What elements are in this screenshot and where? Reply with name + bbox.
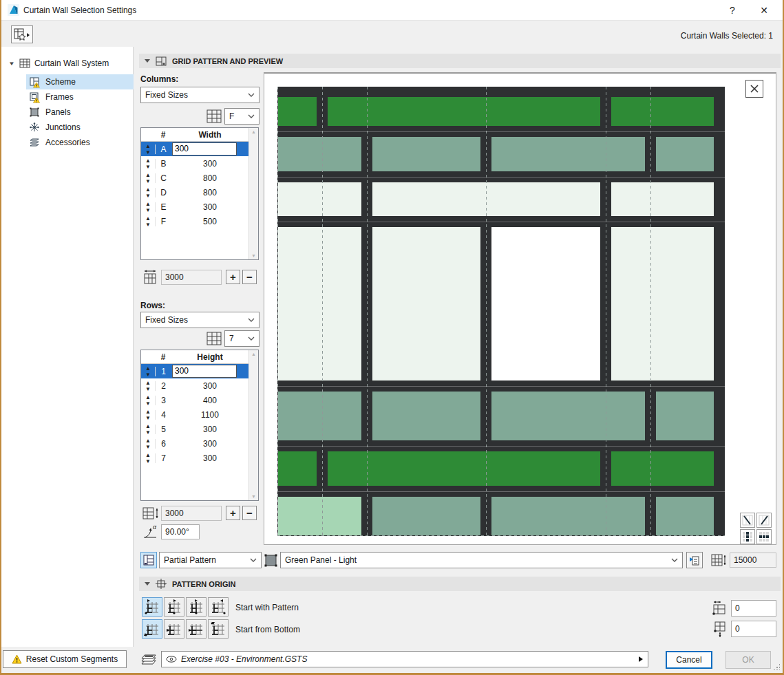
reset-custom-segments-button[interactable]: Reset Custom Segments (3, 650, 127, 668)
row-row-7[interactable]: ▲▼7300 (141, 451, 248, 465)
nominal-size-field[interactable]: 15000 (730, 553, 776, 568)
wall-panel-row5[interactable] (278, 182, 361, 216)
wall-panel-row2[interactable] (278, 451, 317, 485)
help-button[interactable]: ? (722, 3, 743, 18)
pattern-mode-button[interactable] (140, 552, 157, 568)
row-row-4[interactable]: ▲▼41100 (141, 407, 248, 422)
pattern-origin-section-header[interactable]: PATTERN ORIGIN (139, 577, 781, 591)
origin-right-edge-button[interactable] (208, 597, 229, 617)
wall-panel-row6[interactable] (278, 137, 361, 171)
favorites-button[interactable] (11, 25, 33, 43)
tree-root-curtain-wall-system[interactable]: ▼ Curtain Wall System (8, 56, 109, 70)
add-row-button[interactable]: + (226, 506, 240, 520)
column-row-A[interactable]: ▲▼A300 (141, 142, 248, 156)
cancel-button[interactable]: Cancel (666, 651, 712, 669)
wall-panel-row6[interactable] (491, 137, 644, 171)
wall-panel-row3[interactable] (372, 392, 480, 440)
layers-icon[interactable] (139, 652, 158, 668)
column-row-C[interactable]: ▲▼C800 (141, 171, 248, 185)
rows-table-scrollbar[interactable]: ▲▼ (248, 350, 258, 500)
column-row-B[interactable]: ▲▼B300 (141, 156, 248, 171)
wall-panel-row6[interactable] (656, 137, 714, 171)
columns-scheme-dropdown[interactable]: Fixed Sizes (140, 87, 259, 103)
panel-class-dropdown[interactable]: Green Panel - Light (280, 552, 683, 568)
origin-bottom-grid-button[interactable] (164, 619, 184, 639)
row-row-2[interactable]: ▲▼2300 (141, 378, 248, 393)
collapse-arrow-icon[interactable] (145, 59, 150, 63)
origin-left-edge-button[interactable] (142, 597, 162, 617)
resize-grip[interactable] (773, 663, 780, 670)
wall-panel-row2[interactable] (328, 451, 600, 485)
reorder-handle-icon[interactable]: ▲▼ (141, 201, 155, 213)
wall-panel-row4[interactable] (491, 227, 600, 381)
collapse-arrow-icon[interactable] (145, 582, 150, 586)
reorder-handle-icon[interactable]: ▲▼ (141, 172, 155, 184)
reorder-handle-icon[interactable]: ▲▼ (141, 409, 155, 421)
columns-table-scrollbar[interactable]: ▲▼ (248, 128, 258, 259)
preview-view-diagonal-right-button[interactable] (756, 513, 772, 528)
transfer-settings-button[interactable] (686, 552, 703, 568)
sidebar-item-junctions[interactable]: Junctions (26, 120, 134, 135)
origin-offset-y-field[interactable]: 0 (731, 621, 776, 637)
reorder-handle-icon[interactable]: ▲▼ (141, 380, 155, 392)
row-row-3[interactable]: ▲▼3400 (141, 393, 248, 407)
reorder-handle-icon[interactable]: ▲▼ (141, 158, 155, 170)
origin-bottom-edge-button[interactable] (142, 619, 162, 639)
reorder-handle-icon[interactable]: ▲▼ (141, 143, 155, 156)
origin-middle-button[interactable] (186, 619, 206, 639)
column-row-E[interactable]: ▲▼E300 (141, 200, 248, 214)
reorder-handle-icon[interactable]: ▲▼ (141, 423, 155, 436)
preview-view-row-button[interactable] (756, 529, 772, 544)
preview-view-column-button[interactable] (740, 529, 755, 544)
wall-panel-row6[interactable] (372, 137, 480, 171)
wall-panel-row3[interactable] (656, 392, 714, 440)
wall-panel-row3[interactable] (491, 392, 644, 440)
origin-top-edge-button[interactable] (208, 619, 229, 639)
row-row-1[interactable]: ▲▼1300 (141, 364, 248, 378)
reorder-handle-icon[interactable]: ▲▼ (141, 394, 155, 407)
origin-center-button[interactable] (186, 597, 206, 617)
wall-panel-row1[interactable] (278, 497, 361, 535)
rows-count-dropdown[interactable]: 7 (224, 330, 259, 347)
row-size-editor[interactable]: 300 (172, 365, 237, 378)
column-row-F[interactable]: ▲▼F500 (141, 214, 248, 228)
sidebar-item-scheme[interactable]: Scheme (26, 74, 134, 89)
sidebar-item-accessories[interactable]: Accessories (26, 135, 134, 150)
reorder-handle-icon[interactable]: ▲▼ (141, 438, 155, 450)
rows-total-field[interactable]: 3000 (161, 506, 222, 521)
scroll-up-icon[interactable]: ▲ (251, 129, 256, 134)
remove-column-button[interactable]: − (242, 270, 257, 284)
columns-count-dropdown[interactable]: F (224, 108, 259, 125)
reorder-handle-icon[interactable]: ▲▼ (141, 452, 155, 464)
wall-panel-row2[interactable] (611, 451, 714, 485)
wall-panel-row3[interactable] (278, 392, 361, 440)
remove-row-button[interactable]: − (242, 506, 257, 520)
wall-panel-row4[interactable] (611, 227, 714, 381)
expand-right-icon[interactable] (638, 656, 644, 663)
wall-panel-row1[interactable] (491, 497, 644, 535)
wall-panel-row1[interactable] (372, 497, 480, 535)
wall-panel-row1[interactable] (656, 497, 714, 535)
pattern-mode-dropdown[interactable]: Partial Pattern (159, 552, 262, 568)
preview-close-button[interactable] (745, 80, 763, 98)
origin-offset-x-field[interactable]: 0 (731, 600, 776, 617)
row-row-6[interactable]: ▲▼6300 (141, 436, 248, 451)
window-close-button[interactable]: ✕ (754, 3, 774, 18)
grid-angle-field[interactable]: 90.00° (161, 524, 200, 539)
wall-panel-row5[interactable] (611, 182, 714, 216)
column-row-D[interactable]: ▲▼D800 (141, 185, 248, 200)
column-size-editor[interactable]: 300 (172, 142, 237, 156)
scroll-down-icon[interactable]: ▼ (251, 253, 256, 258)
wall-panel-row4[interactable] (372, 227, 480, 381)
row-row-5[interactable]: ▲▼5300 (141, 422, 248, 436)
ok-button[interactable]: OK (725, 651, 771, 669)
columns-total-field[interactable]: 3000 (161, 270, 222, 285)
add-column-button[interactable]: + (226, 270, 240, 284)
chevron-down-icon[interactable]: ▼ (8, 61, 15, 67)
reorder-handle-icon[interactable]: ▲▼ (141, 215, 155, 228)
reorder-handle-icon[interactable]: ▲▼ (141, 365, 155, 378)
sidebar-item-frames[interactable]: Frames (26, 89, 134, 105)
wall-panel-row7[interactable] (278, 97, 317, 126)
rows-scheme-dropdown[interactable]: Fixed Sizes (140, 312, 259, 328)
environment-file-field[interactable]: Exercise #03 - Environment.GSTS (161, 651, 648, 667)
